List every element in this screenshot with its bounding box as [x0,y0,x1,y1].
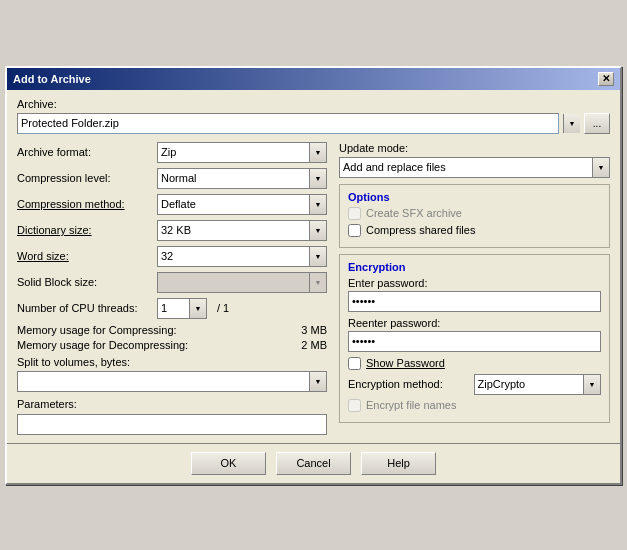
word-size-select[interactable]: 32 [158,247,309,266]
parameters-section: Parameters: [17,398,327,435]
create-sfx-checkbox[interactable] [348,207,361,220]
dictionary-size-select-wrap: 32 KB ▼ [157,220,327,241]
split-volumes-input[interactable] [18,372,309,391]
compression-level-row: Compression level: Normal ▼ [17,168,327,189]
encrypt-names-row: Encrypt file names [348,399,601,412]
options-group: Options Create SFX archive Compress shar… [339,184,610,248]
archive-format-arrow[interactable]: ▼ [309,143,326,162]
solid-block-size-label: Solid Block size: [17,276,157,288]
add-to-archive-dialog: Add to Archive ✕ Archive: ▼ ... Archive … [5,66,622,485]
cpu-threads-suffix: / 1 [217,302,229,314]
ok-button[interactable]: OK [191,452,266,475]
encryption-title: Encryption [348,261,601,273]
compress-shared-label: Compress shared files [366,224,475,236]
options-title: Options [348,191,601,203]
update-mode-select-wrap: Add and replace files ▼ [339,157,610,178]
cancel-button[interactable]: Cancel [276,452,351,475]
solid-block-size-select [158,273,309,292]
split-label: Split to volumes, bytes: [17,356,327,368]
reenter-password-input[interactable] [348,331,601,352]
compression-method-row: Compression method: Deflate ▼ [17,194,327,215]
update-mode-select[interactable]: Add and replace files [340,158,592,177]
encrypt-names-label: Encrypt file names [366,399,456,411]
create-sfx-row: Create SFX archive [348,207,601,220]
archive-format-select[interactable]: Zip [158,143,309,162]
main-columns: Archive format: Zip ▼ Compression level:… [17,142,610,435]
compression-method-select[interactable]: Deflate [158,195,309,214]
cpu-threads-arrow[interactable]: ▼ [189,299,206,318]
encryption-method-label: Encryption method: [348,378,474,390]
help-button[interactable]: Help [361,452,436,475]
reenter-password-label: Reenter password: [348,317,601,329]
encryption-method-row: Encryption method: ZipCrypto AES-256 ▼ [348,374,601,395]
parameters-label: Parameters: [17,398,327,410]
memory-decompressing-label: Memory usage for Decompressing: [17,339,287,351]
encrypt-names-checkbox[interactable] [348,399,361,412]
browse-button[interactable]: ... [584,113,610,134]
archive-label: Archive: [17,98,610,110]
enter-password-label: Enter password: [348,277,601,289]
show-password-checkbox[interactable] [348,357,361,370]
compression-method-label: Compression method: [17,198,157,210]
word-size-label: Word size: [17,250,157,262]
cpu-threads-select-wrap: 1 ▼ [157,298,207,319]
archive-row: ▼ ... [17,113,610,134]
dictionary-size-arrow[interactable]: ▼ [309,221,326,240]
right-column: Update mode: Add and replace files ▼ Opt… [339,142,610,435]
compression-level-label: Compression level: [17,172,157,184]
compression-level-select-wrap: Normal ▼ [157,168,327,189]
button-bar: OK Cancel Help [7,443,620,483]
encryption-method-arrow[interactable]: ▼ [583,375,600,394]
solid-block-size-select-wrap: ▼ [157,272,327,293]
dialog-content: Archive: ▼ ... Archive format: Zip ▼ [7,90,620,443]
compress-shared-row: Compress shared files [348,224,601,237]
memory-compressing-row: Memory usage for Compressing: 3 MB [17,324,327,336]
archive-input[interactable] [17,113,559,134]
encryption-group: Encryption Enter password: Reenter passw… [339,254,610,423]
word-size-select-wrap: 32 ▼ [157,246,327,267]
dialog-title: Add to Archive [13,73,91,85]
parameters-input[interactable] [17,414,327,435]
cpu-threads-row: Number of CPU threads: 1 ▼ / 1 [17,298,327,319]
compression-level-select[interactable]: Normal [158,169,309,188]
update-mode-label: Update mode: [339,142,610,154]
show-password-row: Show Password [348,357,601,370]
archive-format-label: Archive format: [17,146,157,158]
cpu-threads-label: Number of CPU threads: [17,302,157,314]
title-bar: Add to Archive ✕ [7,68,620,90]
encryption-method-select-wrap: ZipCrypto AES-256 ▼ [474,374,602,395]
cpu-threads-select[interactable]: 1 [158,299,189,318]
solid-block-size-row: Solid Block size: ▼ [17,272,327,293]
show-password-label: Show Password [366,357,445,369]
dictionary-size-label: Dictionary size: [17,224,157,236]
word-size-row: Word size: 32 ▼ [17,246,327,267]
encryption-method-select[interactable]: ZipCrypto AES-256 [475,375,584,394]
compress-shared-checkbox[interactable] [348,224,361,237]
left-column: Archive format: Zip ▼ Compression level:… [17,142,327,435]
archive-format-row: Archive format: Zip ▼ [17,142,327,163]
split-volumes-wrap: ▼ [17,371,327,392]
compression-method-select-wrap: Deflate ▼ [157,194,327,215]
memory-decompressing-row: Memory usage for Decompressing: 2 MB [17,339,327,351]
archive-format-select-wrap: Zip ▼ [157,142,327,163]
compression-method-arrow[interactable]: ▼ [309,195,326,214]
compression-level-arrow[interactable]: ▼ [309,169,326,188]
memory-compressing-value: 3 MB [287,324,327,336]
memory-decompressing-value: 2 MB [287,339,327,351]
enter-password-input[interactable] [348,291,601,312]
archive-dropdown-arrow[interactable]: ▼ [563,114,580,133]
solid-block-size-arrow: ▼ [309,273,326,292]
dictionary-size-row: Dictionary size: 32 KB ▼ [17,220,327,241]
create-sfx-label: Create SFX archive [366,207,462,219]
memory-compressing-label: Memory usage for Compressing: [17,324,287,336]
split-volumes-arrow[interactable]: ▼ [309,372,326,391]
word-size-arrow[interactable]: ▼ [309,247,326,266]
close-button[interactable]: ✕ [598,72,614,86]
cpu-threads-wrap: 1 ▼ / 1 [157,298,229,319]
update-mode-arrow[interactable]: ▼ [592,158,609,177]
dictionary-size-select[interactable]: 32 KB [158,221,309,240]
